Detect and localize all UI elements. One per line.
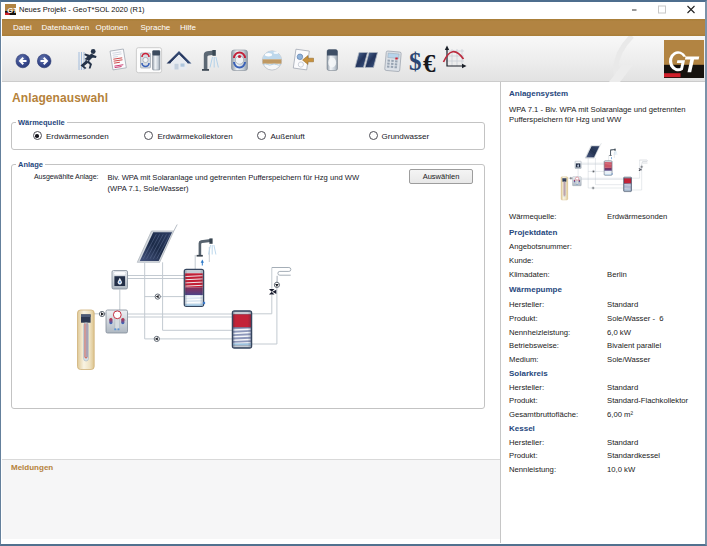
svg-text:GT: GT	[7, 6, 16, 15]
svg-text:€: €	[423, 50, 436, 77]
svg-text:$: $	[409, 48, 422, 75]
